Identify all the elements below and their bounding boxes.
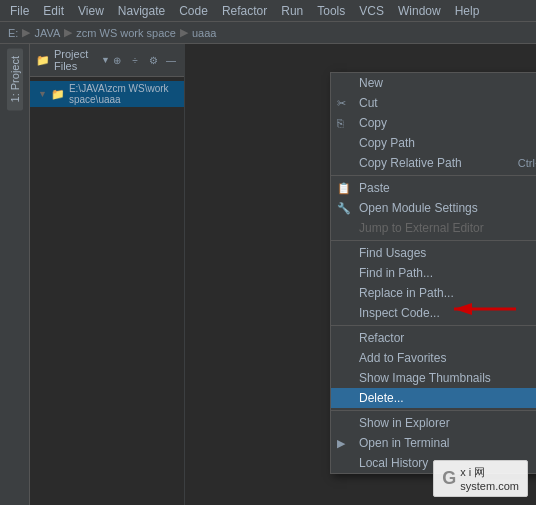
menu-item-refactor[interactable]: Refactor bbox=[331, 328, 536, 348]
menu-separator-3 bbox=[331, 325, 536, 326]
terminal-icon: ▶ bbox=[337, 437, 345, 450]
menu-tools[interactable]: Tools bbox=[311, 2, 351, 20]
breadcrumb-bar: E: ▶ JAVA ▶ zcm WS work space ▶ uaaa bbox=[0, 22, 536, 44]
menu-item-cut[interactable]: ✂ Cut Ctrl+X bbox=[331, 93, 536, 113]
menu-vcs[interactable]: VCS bbox=[353, 2, 390, 20]
menu-help[interactable]: Help bbox=[449, 2, 486, 20]
menu-window[interactable]: Window bbox=[392, 2, 447, 20]
menu-separator-1 bbox=[331, 175, 536, 176]
tree-item-project[interactable]: ▼ 📁 E:\JAVA\zcm WS\work space\uaaa bbox=[30, 81, 184, 107]
menu-item-copy-relative-path-shortcut: Ctrl+Alt+Shift+C bbox=[518, 157, 536, 169]
watermark: G x i 网 system.com bbox=[433, 460, 528, 497]
project-tree: ▼ 📁 E:\JAVA\zcm WS\work space\uaaa bbox=[30, 77, 184, 505]
tree-arrow: ▼ bbox=[38, 89, 47, 99]
breadcrumb-workspace[interactable]: zcm WS work space bbox=[76, 27, 176, 39]
menu-edit[interactable]: Edit bbox=[37, 2, 70, 20]
editor-area: New ✂ Cut Ctrl+X ⎘ Copy Ctrl+C Copy Path… bbox=[185, 44, 536, 505]
menu-view[interactable]: View bbox=[72, 2, 110, 20]
panel-header: 📁 Project Files ▼ ⊕ ÷ ⚙ — bbox=[30, 44, 184, 77]
menu-separator-4 bbox=[331, 410, 536, 411]
panel-header-icons: ⊕ ÷ ⚙ — bbox=[110, 53, 178, 67]
arrow-indicator bbox=[446, 296, 526, 321]
menu-item-copy-relative-path[interactable]: Copy Relative Path Ctrl+Alt+Shift+C bbox=[331, 153, 536, 173]
menu-item-add-favorites[interactable]: Add to Favorites bbox=[331, 348, 536, 368]
project-path: E:\JAVA\zcm WS\work space\uaaa bbox=[69, 83, 176, 105]
menu-item-show-explorer[interactable]: Show in Explorer bbox=[331, 413, 536, 433]
panel-title[interactable]: Project Files bbox=[54, 48, 97, 72]
panel-icon-settings[interactable]: ⚙ bbox=[146, 53, 160, 67]
menu-item-find-usages-label: Find Usages bbox=[359, 246, 536, 260]
sidebar: 1: Project bbox=[0, 44, 30, 505]
project-folder-icon: 📁 bbox=[51, 88, 65, 101]
watermark-text-block: x i 网 system.com bbox=[460, 465, 519, 492]
menu-item-copy-label: Copy bbox=[359, 116, 536, 130]
menu-item-new-label: New bbox=[359, 76, 536, 90]
breadcrumb-sep-3: ▶ bbox=[180, 26, 188, 39]
menu-item-find-in-path[interactable]: Find in Path... Ctrl+Shift+F bbox=[331, 263, 536, 283]
menu-refactor[interactable]: Refactor bbox=[216, 2, 273, 20]
panel-icon-collapse[interactable]: ÷ bbox=[128, 53, 142, 67]
breadcrumb-java[interactable]: JAVA bbox=[34, 27, 60, 39]
menu-item-show-explorer-label: Show in Explorer bbox=[359, 416, 536, 430]
menu-item-jump-external[interactable]: Jump to External Editor Ctrl+Alt+F4 bbox=[331, 218, 536, 238]
panel-header-left: 📁 Project Files ▼ bbox=[36, 48, 110, 72]
cut-icon: ✂ bbox=[337, 97, 346, 110]
main-layout: 1: Project 📁 Project Files ▼ ⊕ ÷ ⚙ — ▼ 📁… bbox=[0, 44, 536, 505]
menu-item-delete-label: Delete... bbox=[359, 391, 536, 405]
breadcrumb-sep-1: ▶ bbox=[22, 26, 30, 39]
paste-icon: 📋 bbox=[337, 182, 351, 195]
menu-item-add-favorites-label: Add to Favorites bbox=[359, 351, 536, 365]
menu-item-show-thumbnails[interactable]: Show Image Thumbnails Ctrl+Shift+T bbox=[331, 368, 536, 388]
menu-item-paste-label: Paste bbox=[359, 181, 536, 195]
menu-code[interactable]: Code bbox=[173, 2, 214, 20]
watermark-url: system.com bbox=[460, 480, 519, 492]
watermark-letter: G bbox=[442, 468, 456, 489]
menu-item-cut-label: Cut bbox=[359, 96, 536, 110]
menu-item-module-settings-label: Open Module Settings bbox=[359, 201, 536, 215]
menu-item-new[interactable]: New bbox=[331, 73, 536, 93]
breadcrumb-sep-2: ▶ bbox=[64, 26, 72, 39]
breadcrumb-drive[interactable]: E: bbox=[8, 27, 18, 39]
panel-dropdown-icon[interactable]: ▼ bbox=[101, 55, 110, 65]
project-panel: 📁 Project Files ▼ ⊕ ÷ ⚙ — ▼ 📁 E:\JAVA\zc… bbox=[30, 44, 185, 505]
watermark-site: x i 网 bbox=[460, 465, 519, 480]
menu-item-find-in-path-label: Find in Path... bbox=[359, 266, 518, 280]
menu-item-refactor-label: Refactor bbox=[359, 331, 536, 345]
menu-item-copy-path[interactable]: Copy Path Ctrl+Shift+C bbox=[331, 133, 536, 153]
panel-icon-minimize[interactable]: — bbox=[164, 53, 178, 67]
menu-item-show-thumbnails-label: Show Image Thumbnails bbox=[359, 371, 518, 385]
menu-item-copy-relative-path-label: Copy Relative Path bbox=[359, 156, 498, 170]
sidebar-tab-project[interactable]: 1: Project bbox=[7, 48, 23, 110]
menu-file[interactable]: File bbox=[4, 2, 35, 20]
context-menu: New ✂ Cut Ctrl+X ⎘ Copy Ctrl+C Copy Path… bbox=[330, 72, 536, 474]
folder-icon: 📁 bbox=[36, 54, 50, 67]
menu-item-find-usages[interactable]: Find Usages Alt+F7 bbox=[331, 243, 536, 263]
breadcrumb-uaaa[interactable]: uaaa bbox=[192, 27, 216, 39]
menu-item-copy[interactable]: ⎘ Copy Ctrl+C bbox=[331, 113, 536, 133]
menu-item-paste[interactable]: 📋 Paste Ctrl+V bbox=[331, 178, 536, 198]
copy-icon: ⎘ bbox=[337, 117, 344, 129]
module-settings-icon: 🔧 bbox=[337, 202, 351, 215]
menu-separator-2 bbox=[331, 240, 536, 241]
menu-item-open-terminal-label: Open in Terminal bbox=[359, 436, 536, 450]
panel-icon-locate[interactable]: ⊕ bbox=[110, 53, 124, 67]
menu-item-delete[interactable]: Delete... Delete bbox=[331, 388, 536, 408]
menu-navigate[interactable]: Navigate bbox=[112, 2, 171, 20]
menu-item-open-terminal[interactable]: ▶ Open in Terminal bbox=[331, 433, 536, 453]
menu-item-module-settings[interactable]: 🔧 Open Module Settings F4 bbox=[331, 198, 536, 218]
menu-item-jump-external-label: Jump to External Editor bbox=[359, 221, 521, 235]
menu-bar: File Edit View Navigate Code Refactor Ru… bbox=[0, 0, 536, 22]
menu-item-copy-path-label: Copy Path bbox=[359, 136, 517, 150]
watermark-logo: G x i 网 system.com bbox=[442, 465, 519, 492]
menu-run[interactable]: Run bbox=[275, 2, 309, 20]
